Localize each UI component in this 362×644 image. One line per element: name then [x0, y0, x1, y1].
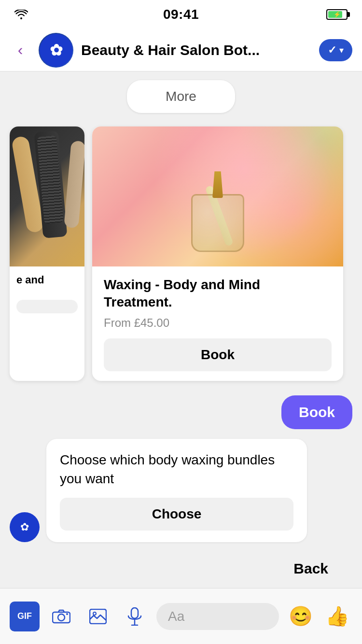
partial-book-button[interactable]	[16, 300, 78, 313]
back-chevron-icon: ‹	[18, 41, 23, 59]
verified-check-icon: ✓	[328, 44, 336, 56]
status-bar: 09:41 ⚡	[0, 0, 362, 29]
bot-msg-avatar: ✿	[10, 512, 40, 542]
status-bar-right: ⚡	[326, 9, 348, 20]
camera-icon	[52, 609, 70, 624]
carousel-card-partial: e and	[10, 126, 84, 381]
verified-chevron-icon: ▾	[339, 45, 344, 56]
wax-visual	[92, 126, 343, 266]
svg-point-2	[66, 613, 68, 615]
more-button[interactable]: More	[127, 80, 235, 113]
waxing-card-price: From £45.00	[104, 316, 332, 330]
chat-area: More e and	[0, 71, 362, 588]
svg-point-1	[58, 614, 65, 621]
svg-rect-5	[131, 608, 138, 618]
hair-tool-3	[64, 140, 84, 228]
header-title: Beauty & Hair Salon Bot...	[81, 42, 311, 58]
more-btn-container: More	[0, 71, 362, 122]
thumbsup-icon: 👍	[325, 605, 349, 628]
thumbsup-button[interactable]: 👍	[322, 602, 352, 631]
emoji-icon: 😊	[289, 605, 313, 628]
waxing-card-title: Waxing - Body and Mind Treatment.	[104, 276, 332, 311]
waxing-card-image	[92, 126, 343, 266]
partial-card-image	[10, 126, 84, 266]
status-bar-left	[14, 10, 28, 19]
bot-bubble-choose: Choose which body waxing bundles you wan…	[46, 439, 307, 542]
mic-button[interactable]	[120, 602, 150, 631]
emoji-button[interactable]: 😊	[286, 602, 316, 631]
mic-icon	[127, 607, 142, 626]
header: ‹ ✿ Beauty & Hair Salon Bot... ✓ ▾	[0, 29, 362, 71]
partial-card-title: e and	[10, 266, 84, 290]
bot-avatar-logo: ✿	[20, 521, 29, 533]
user-message-back: Back	[10, 552, 352, 586]
waxing-card-body: Waxing - Body and Mind Treatment. From £…	[92, 266, 343, 381]
photo-button[interactable]	[83, 602, 113, 631]
wax-jar	[191, 194, 244, 252]
user-message-book: Book	[10, 395, 352, 429]
svg-point-4	[93, 612, 96, 615]
hair-tools-image	[10, 126, 84, 266]
verified-button[interactable]: ✓ ▾	[319, 39, 352, 61]
bot-avatar: ✿	[39, 33, 73, 68]
waxing-book-button[interactable]: Book	[104, 338, 332, 371]
messages-area: Book ✿ Choose which body waxing bundles …	[0, 386, 362, 588]
status-time: 09:41	[163, 7, 199, 22]
bottom-toolbar: GIF Aa 😊 👍	[0, 588, 362, 644]
back-button[interactable]: ‹	[10, 40, 31, 61]
gif-icon: GIF	[17, 611, 32, 621]
carousel: e and Waxing - Body and Mind Treatme	[0, 122, 362, 386]
carousel-card-waxing: Waxing - Body and Mind Treatment. From £…	[92, 126, 343, 381]
camera-button[interactable]	[46, 602, 76, 631]
choose-button[interactable]: Choose	[60, 498, 293, 531]
input-placeholder: Aa	[168, 609, 184, 624]
user-bubble-book: Book	[281, 395, 352, 429]
partial-card-price	[10, 290, 84, 295]
wax-drip	[212, 171, 223, 198]
photo-icon	[89, 609, 107, 624]
avatar-logo: ✿	[50, 41, 63, 59]
battery-icon: ⚡	[326, 9, 348, 20]
message-input[interactable]: Aa	[156, 603, 279, 630]
wifi-icon	[14, 10, 28, 19]
bot-message-choose: ✿ Choose which body waxing bundles you w…	[10, 439, 352, 542]
bot-message-text: Choose which body waxing bundles you wan…	[60, 450, 293, 488]
gif-button[interactable]: GIF	[10, 602, 40, 631]
user-bubble-back: Back	[274, 552, 348, 586]
